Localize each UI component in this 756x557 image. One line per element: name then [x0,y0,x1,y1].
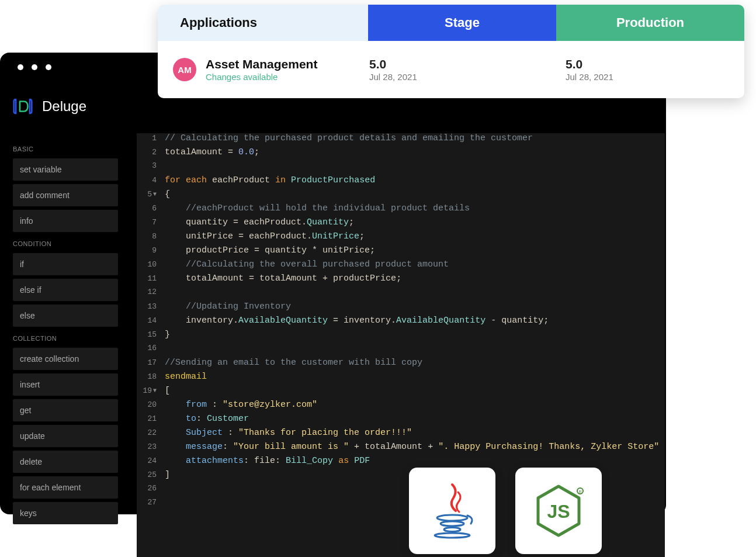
snippet-info[interactable]: info [13,210,118,232]
code-line[interactable]: 23message: "Your bill amount is " + tota… [137,442,665,456]
line-number: 12 [137,288,161,296]
tab-label: Applications [180,15,257,30]
code-line[interactable]: 11totalAmount = totalAmount + productPri… [137,274,665,288]
code-line[interactable]: 14inventory.AvailableQuantity = inventor… [137,316,665,330]
code-line[interactable]: 3 [137,161,665,175]
line-number: 4 [137,176,161,185]
code-content: { [161,189,170,199]
code-content: quantity = eachProduct.Quantity; [161,217,354,227]
code-content: //Calculating the overall purchased prod… [161,260,449,269]
snippet-else[interactable]: else [13,305,118,327]
code-line[interactable]: 10//Calculating the overall purchased pr… [137,260,665,274]
snippet-insert[interactable]: insert [13,373,118,396]
code-content: // Calculating the purchased product det… [161,133,533,143]
environment-header: Applications Stage Production AM Asset M… [158,5,744,98]
code-content: Subject : "Thanks for placing the order!… [161,428,412,438]
line-number: 27 [137,498,161,507]
code-content: message: "Your bill amount is " + totalA… [161,442,659,452]
code-content: unitPrice = eachProduct.UnitPrice; [161,231,365,241]
code-content: //Sending an email to the customer with … [161,358,422,368]
svg-text:R: R [578,490,581,494]
code-line[interactable]: 15} [137,330,665,344]
nodejs-icon: JS R [532,482,585,540]
code-line[interactable]: 6//eachProduct will hold the individual … [137,203,665,217]
line-number: 22 [137,428,161,437]
code-content: inventory.AvailableQuantity = inventory.… [161,316,549,326]
code-line[interactable]: 4for each eachProduct in ProductPurchase… [137,175,665,189]
line-number: 17 [137,358,161,367]
stage-cell: 5.0 Jul 28, 2021 [352,57,548,82]
snippet-else-if[interactable]: else if [13,279,118,301]
code-line[interactable]: 16 [137,344,665,358]
maximize-icon[interactable] [46,64,51,70]
code-line[interactable]: 22Subject : "Thanks for placing the orde… [137,428,665,442]
line-number: 25 [137,470,161,479]
line-number: 24 [137,456,161,465]
snippet-delete[interactable]: delete [13,451,118,473]
stage-date: Jul 28, 2021 [369,72,548,82]
code-content: } [161,330,170,340]
minimize-icon[interactable] [32,64,37,70]
code-line[interactable]: 12 [137,288,665,302]
code-content: from : "store@zylker.com" [161,400,317,410]
code-line[interactable]: 2totalAmount = 0.0; [137,147,665,161]
line-number: 14 [137,316,161,325]
snippet-if[interactable]: if [13,253,118,275]
production-version: 5.0 [566,57,744,71]
snippet-add-comment[interactable]: add comment [13,184,118,206]
snippet-update[interactable]: update [13,425,118,447]
code-content: totalAmount = totalAmount + productPrice… [161,274,401,283]
snippet-set-variable[interactable]: set variable [13,158,118,181]
code-content: productPrice = quantity * unitPrice; [161,245,375,255]
line-number: 9 [137,246,161,255]
app-name: Asset Management [206,57,317,71]
line-number: 11 [137,274,161,283]
line-number: 10 [137,260,161,269]
window-controls[interactable] [18,64,51,70]
code-line[interactable]: 8unitPrice = eachProduct.UnitPrice; [137,231,665,245]
sidebar-section-condition: CONDITION [13,240,118,247]
line-number: 6 [137,204,161,213]
code-line[interactable]: 7quantity = eachProduct.Quantity; [137,217,665,231]
tab-label: Production [616,15,684,30]
brand-name: Deluge [42,98,86,115]
code-content: attachments: file: Bill_Copy as PDF [161,456,370,466]
code-line[interactable]: 5▼{ [137,189,665,203]
code-line[interactable]: 18sendmail [137,372,665,386]
java-icon [429,482,476,540]
fold-icon[interactable]: ▼ [153,388,157,394]
production-date: Jul 28, 2021 [566,72,744,82]
editor-window: Deluge BASIC set variableadd commentinfo… [0,53,666,514]
app-row[interactable]: AM Asset Management Changes available 5.… [158,41,744,98]
code-line[interactable]: 1// Calculating the purchased product de… [137,133,665,147]
fold-icon[interactable]: ▼ [153,191,157,198]
line-number: 18 [137,372,161,381]
code-line[interactable]: 9productPrice = quantity * unitPrice; [137,245,665,260]
line-number: 1 [137,134,161,143]
snippet-create-collection[interactable]: create collection [13,348,118,370]
tab-applications[interactable]: Applications [158,5,368,41]
code-content: sendmail [161,372,207,382]
code-content: totalAmount = 0.0; [161,147,259,157]
line-number: 3 [137,161,161,170]
line-number: 26 [137,484,161,493]
snippet-get[interactable]: get [13,399,118,421]
svg-point-2 [444,528,460,532]
tab-stage[interactable]: Stage [368,5,556,41]
code-line[interactable]: 21to: Customer [137,414,665,428]
line-number: 16 [137,344,161,352]
snippet-for-each-element[interactable]: for each element [13,476,118,499]
svg-point-3 [435,533,470,538]
code-content: //eachProduct will hold the individual p… [161,203,470,213]
nodejs-tile[interactable]: JS R [515,468,602,554]
line-number: 19▼ [137,386,161,395]
line-number: 7 [137,218,161,227]
snippet-keys[interactable]: keys [13,502,118,524]
tab-production[interactable]: Production [556,5,744,41]
code-line[interactable]: 19▼[ [137,386,665,400]
close-icon[interactable] [18,64,23,70]
code-line[interactable]: 20from : "store@zylker.com" [137,400,665,414]
java-tile[interactable] [409,468,495,554]
code-line[interactable]: 13//Updating Inventory [137,302,665,316]
code-line[interactable]: 17//Sending an email to the customer wit… [137,358,665,372]
